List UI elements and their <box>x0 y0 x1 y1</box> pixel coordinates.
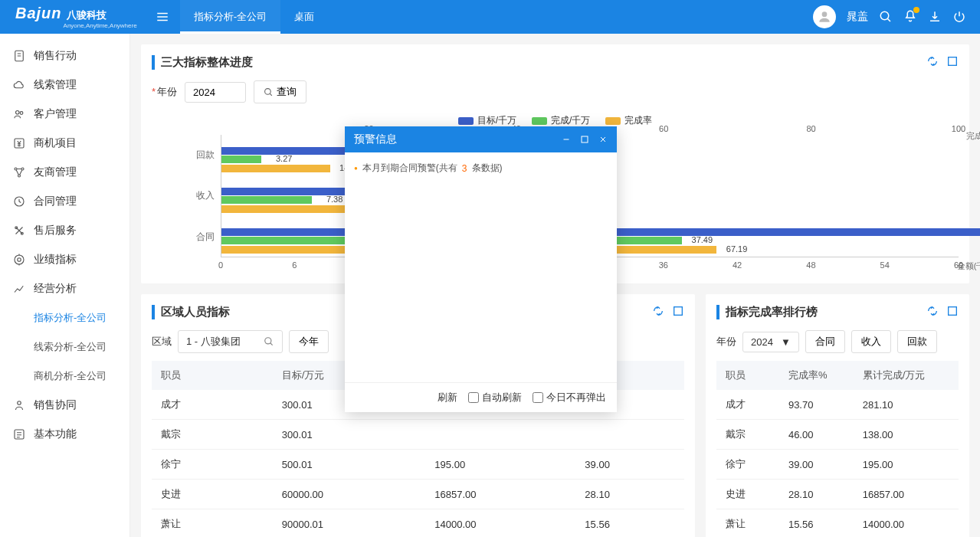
year-select[interactable]: 2024 ▼ <box>742 332 799 352</box>
table-row[interactable]: 萧让90000.0114000.0015.56 <box>152 509 684 538</box>
ranking-table: 职员完成率%累计完成/万元成才93.70281.10戴宗46.00138.00徐… <box>716 361 959 537</box>
maximize-icon[interactable] <box>580 135 589 144</box>
nav-sub-item[interactable]: 线索分析-全公司 <box>0 332 129 362</box>
x-tick: 36 <box>659 260 668 270</box>
x-tick: 6 <box>292 260 297 270</box>
svg-rect-18 <box>674 307 683 316</box>
maximize-icon[interactable] <box>672 305 684 317</box>
revenue-button[interactable]: 收入 <box>851 330 891 353</box>
y-category: 合同 <box>196 231 215 244</box>
maximize-icon[interactable] <box>946 55 959 67</box>
x-tick: 54 <box>880 260 890 270</box>
nav-sub-item[interactable]: 商机分析-全公司 <box>0 362 129 391</box>
year-label: 年份 <box>716 335 736 349</box>
cloud-icon <box>12 78 26 92</box>
modal-title: 预警信息 <box>354 133 562 146</box>
download-icon[interactable] <box>928 10 942 24</box>
pct-tick: 60 <box>659 124 668 133</box>
table-row[interactable]: 萧让15.5614000.00 <box>716 509 959 538</box>
nav-item[interactable]: 业绩指标 <box>0 245 129 274</box>
header-tabs: 指标分析-全公司 桌面 <box>180 0 328 34</box>
user-avatar[interactable] <box>813 5 836 28</box>
pct-tick: 80 <box>806 124 815 133</box>
y-category: 收入 <box>196 189 215 202</box>
search-icon[interactable] <box>879 10 893 24</box>
region-select[interactable]: 1 - 八骏集团 <box>178 330 283 353</box>
refresh-icon[interactable] <box>926 305 939 317</box>
year-label: *年份 <box>152 85 177 99</box>
legend-item[interactable]: 目标/千万 <box>458 114 516 127</box>
table-row[interactable]: 戴宗46.00138.00 <box>716 420 959 450</box>
notification-dot <box>913 7 919 13</box>
refresh-icon[interactable] <box>652 305 664 317</box>
table-row[interactable]: 史进60000.0016857.0028.10 <box>152 480 684 509</box>
username-label: 晁盖 <box>847 10 868 24</box>
nav-sub-item[interactable]: 指标分析-全公司 <box>0 303 129 332</box>
svg-point-12 <box>15 255 24 264</box>
maximize-icon[interactable] <box>946 305 959 317</box>
alert-message[interactable]: 本月到期合同预警(共有 3 条数据) <box>354 162 608 175</box>
caret-down-icon: ▼ <box>781 336 791 348</box>
query-button[interactable]: 查询 <box>254 80 306 103</box>
no-popup-checkbox[interactable]: 今日不再弹出 <box>533 391 606 404</box>
panel-title: 指标完成率排行榜 <box>716 305 959 319</box>
svg-point-4 <box>20 112 23 115</box>
svg-point-3 <box>16 111 20 115</box>
svg-point-1 <box>880 11 889 20</box>
svg-point-8 <box>18 175 21 177</box>
table-row[interactable]: 戴宗300.01 <box>152 420 684 450</box>
minimize-icon[interactable] <box>562 135 571 144</box>
axis-label-pct: 完成率(%) <box>966 130 980 142</box>
table-row[interactable]: 徐宁39.00195.00 <box>716 450 959 480</box>
table-header: 职员 <box>716 361 779 390</box>
svg-point-14 <box>18 401 21 405</box>
table-row[interactable]: 成才93.70281.10 <box>716 390 959 420</box>
period-button[interactable]: 今年 <box>289 330 329 353</box>
brand-logo: Bajun 八骏科技 Anyone,Anytime,Anywhere <box>8 5 145 29</box>
svg-point-7 <box>21 168 24 170</box>
legend-item[interactable]: 完成率 <box>605 114 652 127</box>
nav-item[interactable]: 商机项目 <box>0 129 129 158</box>
modal-header[interactable]: 预警信息 <box>345 126 617 152</box>
legend-item[interactable]: 完成/千万 <box>532 114 590 127</box>
nav-item[interactable]: 线索管理 <box>0 70 129 100</box>
payment-button[interactable]: 回款 <box>897 330 937 353</box>
clock-icon <box>12 195 26 208</box>
svg-rect-21 <box>582 136 588 142</box>
menu-toggle-button[interactable] <box>151 5 174 28</box>
doc-icon <box>12 49 26 63</box>
close-icon[interactable] <box>598 135 608 144</box>
refresh-icon[interactable] <box>926 55 939 67</box>
nav-item[interactable]: 售后服务 <box>0 216 129 245</box>
nav-item[interactable]: 友商管理 <box>0 158 129 187</box>
power-icon[interactable] <box>952 10 966 24</box>
chart-icon <box>12 282 26 296</box>
table-header: 累计完成/万元 <box>854 361 959 390</box>
nav-item[interactable]: 客户管理 <box>0 100 129 129</box>
region-label: 区域 <box>152 335 172 349</box>
year-input[interactable] <box>185 82 246 103</box>
table-row[interactable]: 史进28.1016857.00 <box>716 480 959 509</box>
auto-refresh-checkbox[interactable]: 自动刷新 <box>468 391 522 404</box>
svg-rect-16 <box>949 57 957 66</box>
target-icon <box>12 253 26 267</box>
list-icon <box>12 427 26 441</box>
tools-icon <box>12 224 26 237</box>
svg-point-19 <box>265 338 271 344</box>
x-tick: 48 <box>806 260 815 270</box>
nav-item[interactable]: 基本功能 <box>0 420 129 449</box>
refresh-link[interactable]: 刷新 <box>438 391 457 404</box>
alert-modal: 预警信息 本月到期合同预警(共有 3 条数据) 刷新 自动刷新 今日不再弹出 <box>345 126 617 412</box>
x-tick: 0 <box>218 260 223 270</box>
nav-item[interactable]: 销售行动 <box>0 41 129 70</box>
tab-indicator-analysis[interactable]: 指标分析-全公司 <box>180 0 280 34</box>
nav-item[interactable]: 经营分析 <box>0 274 129 303</box>
nav-item[interactable]: 销售协同 <box>0 391 129 420</box>
contract-button[interactable]: 合同 <box>805 330 845 353</box>
person-icon <box>12 398 26 412</box>
table-row[interactable]: 徐宁500.01195.0039.00 <box>152 450 684 480</box>
notification-bell[interactable] <box>903 9 917 25</box>
tab-desktop[interactable]: 桌面 <box>280 0 328 34</box>
nav-item[interactable]: 合同管理 <box>0 187 129 216</box>
sidebar: 销售行动线索管理客户管理商机项目友商管理合同管理售后服务业绩指标经营分析指标分析… <box>0 34 130 537</box>
